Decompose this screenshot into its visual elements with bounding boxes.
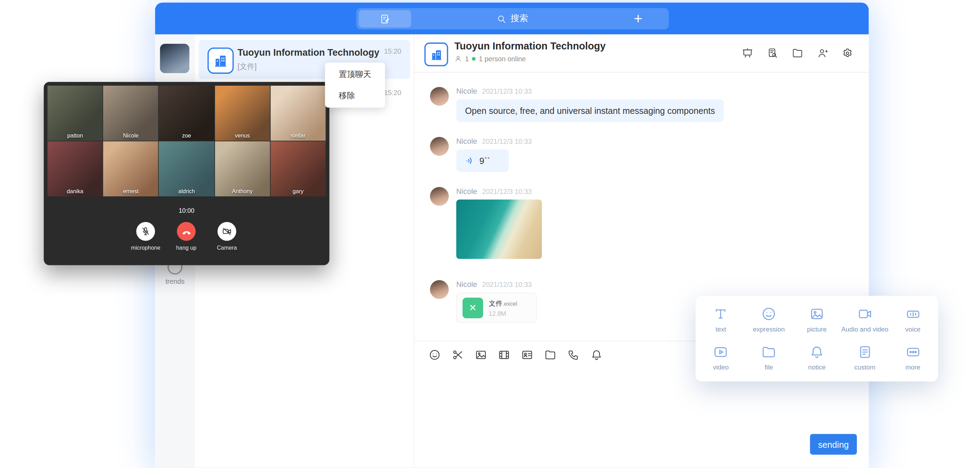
participant-tile[interactable]: danika: [47, 141, 102, 196]
call-timer: 10:00: [44, 207, 329, 214]
picture-icon[interactable]: [475, 349, 487, 361]
user-avatar[interactable]: [160, 44, 189, 73]
microphone-button[interactable]: [137, 222, 155, 241]
group-settings-icon[interactable]: [842, 47, 853, 59]
participant-tile[interactable]: stellar: [270, 86, 325, 141]
participant-tile[interactable]: Anthony: [215, 141, 270, 196]
avatar[interactable]: [430, 187, 449, 206]
participant-name: stellar: [270, 133, 325, 139]
plus-icon: +: [634, 10, 643, 27]
panel-item-voice[interactable]: voice: [889, 301, 937, 339]
screenshot-scissors-icon[interactable]: [452, 349, 463, 361]
participant-name: zoe: [159, 133, 214, 139]
file-size: 12.8M: [488, 310, 517, 317]
online-dot: [472, 57, 476, 61]
message-time: 2021/12/3 10:33: [482, 88, 532, 95]
group-avatar: [424, 43, 448, 66]
group-board-icon[interactable]: [742, 47, 753, 59]
sender-name: Nicole: [456, 187, 477, 196]
participant-tile[interactable]: patton: [47, 86, 102, 141]
avatar[interactable]: [430, 280, 449, 299]
panel-item-video[interactable]: video: [697, 339, 745, 377]
top-bar: 搜索 +: [155, 2, 869, 35]
participant-tile[interactable]: Nicole: [103, 86, 158, 141]
voice-wave-icon: [465, 156, 475, 166]
panel-item-expression[interactable]: expression: [745, 301, 793, 339]
camera-button[interactable]: [218, 222, 236, 241]
participant-grid: patton Nicole zoe venus stellar danika e…: [47, 86, 325, 196]
avatar[interactable]: [430, 137, 449, 156]
more-icon: [905, 344, 921, 359]
participant-tile[interactable]: venus: [215, 86, 270, 141]
menu-item-remove[interactable]: 移除: [325, 85, 385, 106]
panel-item-custom[interactable]: custom: [841, 339, 889, 377]
panel-item-audio-video[interactable]: Audio and video: [841, 301, 889, 339]
panel-label: more: [905, 363, 921, 371]
folder-icon[interactable]: [544, 349, 556, 361]
chat-header: Tuoyun Information Technology 1 1 person…: [414, 35, 869, 73]
group-avatar: [207, 47, 234, 73]
participant-name: Anthony: [215, 188, 270, 195]
contact-card-icon[interactable]: [521, 349, 533, 361]
group-files-icon[interactable]: [792, 47, 803, 59]
chat-title: Tuoyun Information Technology: [455, 41, 606, 52]
panel-label: voice: [905, 325, 921, 333]
hang-up-button[interactable]: [177, 222, 196, 241]
video-film-icon[interactable]: [498, 349, 510, 361]
conversation-time: 15:20: [384, 47, 401, 55]
menu-item-pin[interactable]: 置顶聊天: [325, 64, 385, 85]
participant-tile[interactable]: aldrich: [159, 141, 214, 196]
voice-bubble[interactable]: 9``: [456, 149, 509, 172]
building-icon: [213, 53, 228, 68]
panel-label: text: [716, 325, 726, 333]
panel-label: custom: [854, 363, 876, 371]
message-time: 2021/12/3 10:33: [482, 281, 532, 288]
hang-up-icon: [181, 226, 192, 237]
message-bubble[interactable]: Open source, free, and universal instant…: [456, 100, 724, 122]
chat-header-actions: [742, 47, 853, 59]
participant-tile[interactable]: zoe: [159, 86, 214, 141]
participant-name: aldrich: [159, 188, 214, 195]
text-icon: [713, 307, 729, 321]
avatar[interactable]: [430, 87, 449, 106]
chat-history-search-icon[interactable]: [767, 47, 778, 59]
excel-file-icon: ✕: [463, 297, 483, 318]
building-icon: [430, 48, 443, 61]
conversation-context-menu: 置顶聊天 移除: [325, 63, 385, 108]
video-icon: [713, 344, 729, 359]
expression-icon: [762, 307, 776, 321]
members-count-icon: [455, 55, 462, 63]
add-button[interactable]: +: [634, 8, 643, 29]
message-time: 2021/12/3 10:33: [482, 137, 532, 145]
search-icon: [497, 14, 506, 23]
message-voice: Nicole 2021/12/3 10:33 9``: [414, 137, 869, 172]
send-button[interactable]: sending: [810, 434, 857, 454]
beach-photo-message[interactable]: [456, 200, 542, 259]
message-input[interactable]: [414, 368, 869, 468]
message-list-tab[interactable]: [359, 10, 411, 27]
message-time: 2021/12/3 10:33: [482, 188, 532, 195]
participant-name: Nicole: [103, 133, 158, 139]
participant-tile[interactable]: ernest: [103, 141, 158, 196]
participant-name: ernest: [103, 188, 158, 195]
emoji-icon[interactable]: [429, 349, 441, 361]
panel-item-more[interactable]: more: [889, 339, 937, 377]
mic-off-icon: [141, 226, 151, 236]
camera-off-icon: [222, 226, 232, 236]
participant-tile[interactable]: gary: [270, 141, 325, 196]
topbar-controls: 搜索 +: [356, 8, 669, 29]
file-message-card[interactable]: ✕ 文件.excel 12.8M: [456, 292, 537, 323]
trends-label: trends: [155, 278, 195, 285]
panel-label: Audio and video: [842, 325, 888, 333]
panel-label: file: [765, 363, 773, 371]
panel-item-picture[interactable]: picture: [793, 301, 841, 339]
panel-item-text[interactable]: text: [697, 301, 745, 339]
file-ext: .excel: [503, 300, 517, 307]
participant-name: gary: [270, 188, 325, 195]
conversation-preview: [文件]: [237, 61, 256, 72]
notification-bell-icon[interactable]: [590, 349, 602, 361]
group-members-icon[interactable]: [817, 47, 828, 59]
call-icon[interactable]: [568, 349, 579, 361]
panel-item-notice[interactable]: notice: [793, 339, 841, 377]
panel-item-file[interactable]: file: [745, 339, 793, 377]
